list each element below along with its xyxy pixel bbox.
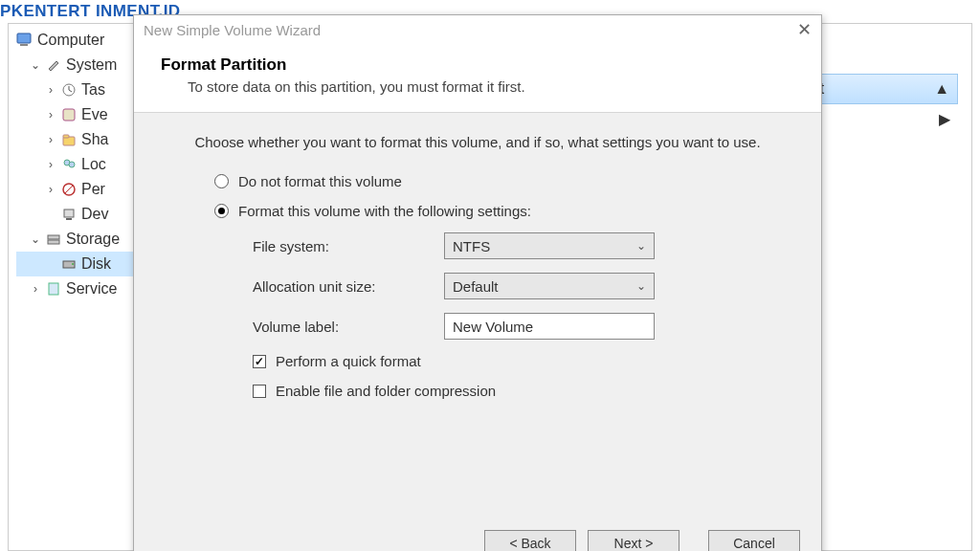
tree-service[interactable]: ›Service — [16, 276, 150, 301]
checkbox-enable-compression[interactable]: Enable file and folder compression — [253, 383, 783, 399]
radio-label: Format this volume with the following se… — [238, 203, 531, 219]
radio-no-format[interactable]: Do not format this volume — [214, 173, 783, 189]
chevron-right-icon: › — [30, 276, 41, 301]
cancel-button[interactable]: Cancel — [708, 530, 800, 551]
checkbox-quick-format[interactable]: Perform a quick format — [253, 353, 783, 369]
svg-point-7 — [69, 162, 75, 167]
computer-icon — [16, 32, 33, 49]
next-button[interactable]: Next > — [588, 530, 679, 551]
disk-icon — [60, 255, 78, 273]
service-icon — [45, 280, 62, 298]
row-file-system: File system: NTFS ⌄ — [253, 232, 783, 259]
tree-item-dev[interactable]: Dev — [16, 202, 150, 227]
svg-rect-3 — [63, 109, 75, 121]
performance-icon — [60, 181, 78, 198]
chevron-right-icon: › — [45, 77, 56, 102]
wizard-header: Format Partition To store data on this p… — [134, 44, 821, 113]
svg-rect-10 — [64, 209, 74, 217]
tree-label: Service — [66, 276, 117, 301]
svg-rect-11 — [66, 218, 72, 220]
tree-item-sha[interactable]: ›Sha — [16, 127, 150, 152]
wizard-subheading: To store data on this partition, you mus… — [188, 78, 794, 95]
wizard-heading: Format Partition — [161, 55, 794, 75]
wizard-titlebar: New Simple Volume Wizard ✕ — [134, 15, 821, 44]
chevron-right-icon: › — [45, 127, 56, 152]
wizard-body: Choose whether you want to format this v… — [134, 113, 821, 422]
tree-label: Dev — [81, 202, 108, 227]
chevron-right-icon: › — [45, 177, 56, 202]
checkbox-label: Enable file and folder compression — [276, 383, 496, 399]
tree-root-computer[interactable]: Computer — [16, 28, 150, 53]
radio-icon-selected — [214, 204, 229, 218]
checkbox-icon — [253, 385, 266, 398]
event-icon — [60, 106, 78, 123]
radio-label: Do not format this volume — [238, 173, 402, 189]
tree-item-disk[interactable]: Disk — [16, 252, 150, 276]
allocation-size-label: Allocation unit size: — [253, 278, 444, 295]
clock-icon — [60, 81, 78, 99]
chevron-right-icon: › — [45, 102, 56, 127]
file-system-combo[interactable]: NTFS ⌄ — [444, 232, 655, 259]
storage-icon — [45, 231, 62, 248]
svg-rect-13 — [48, 240, 59, 244]
combo-value: NTFS — [453, 238, 490, 254]
svg-rect-1 — [20, 44, 28, 46]
tree-item-loc[interactable]: ›Loc — [16, 152, 150, 177]
wizard-dialog: New Simple Volume Wizard ✕ Format Partit… — [133, 14, 822, 551]
wizard-footer: < Back Next > Cancel — [484, 530, 800, 551]
format-settings: File system: NTFS ⌄ Allocation unit size… — [253, 232, 783, 399]
file-system-label: File system: — [253, 238, 444, 254]
device-icon — [60, 206, 78, 223]
tree-storage[interactable]: ⌄Storage — [16, 227, 150, 252]
tree-label: Tas — [81, 77, 105, 102]
tree-item-eve[interactable]: ›Eve — [16, 102, 150, 127]
wizard-instruction: Choose whether you want to format this v… — [172, 134, 783, 150]
tree-label: Computer — [37, 28, 104, 53]
svg-rect-5 — [63, 135, 69, 138]
input-value: New Volume — [453, 319, 533, 335]
tree-label: Eve — [81, 102, 108, 127]
radio-icon — [214, 174, 229, 188]
volume-label-input[interactable]: New Volume — [444, 313, 655, 340]
svg-rect-0 — [17, 33, 31, 43]
volume-label-label: Volume label: — [253, 319, 444, 335]
checkbox-icon-checked — [253, 355, 266, 368]
svg-line-9 — [65, 186, 73, 193]
shared-folder-icon — [60, 131, 78, 148]
radio-format-with-settings[interactable]: Format this volume with the following se… — [214, 203, 783, 219]
svg-rect-12 — [48, 235, 59, 239]
triangle-right-icon: ▶ — [939, 110, 950, 128]
mmc-window: Computer ⌄ System ›Tas ›Eve ›Sha ›Loc ›P… — [8, 23, 972, 551]
tree-label: Per — [81, 177, 105, 202]
close-icon[interactable]: ✕ — [797, 19, 812, 40]
nav-tree: Computer ⌄ System ›Tas ›Eve ›Sha ›Loc ›P… — [16, 28, 150, 301]
tools-icon — [45, 56, 62, 74]
row-allocation-size: Allocation unit size: Default ⌄ — [253, 273, 783, 299]
allocation-size-combo[interactable]: Default ⌄ — [444, 273, 655, 299]
back-button[interactable]: < Back — [484, 530, 576, 551]
tree-label: System — [66, 53, 117, 77]
tree-item-tas[interactable]: ›Tas — [16, 77, 150, 102]
combo-value: Default — [453, 278, 499, 295]
row-volume-label: Volume label: New Volume — [253, 313, 783, 340]
tree-item-per[interactable]: ›Per — [16, 177, 150, 202]
svg-point-15 — [72, 263, 74, 265]
triangle-up-icon: ▲ — [934, 80, 949, 98]
wizard-title: New Simple Volume Wizard — [144, 22, 321, 38]
svg-rect-16 — [49, 283, 58, 295]
tree-system[interactable]: ⌄ System — [16, 53, 150, 77]
chevron-down-icon: ⌄ — [30, 227, 41, 252]
chevron-right-icon: › — [45, 152, 56, 177]
users-icon — [60, 156, 78, 173]
chevron-down-icon: ⌄ — [636, 279, 646, 293]
checkbox-label: Perform a quick format — [276, 353, 421, 369]
tree-label: Storage — [66, 227, 120, 252]
tree-label: Sha — [81, 127, 108, 152]
tree-label: Loc — [81, 152, 106, 177]
chevron-down-icon: ⌄ — [636, 239, 646, 253]
chevron-down-icon: ⌄ — [30, 53, 41, 77]
tree-label: Disk — [81, 252, 111, 276]
